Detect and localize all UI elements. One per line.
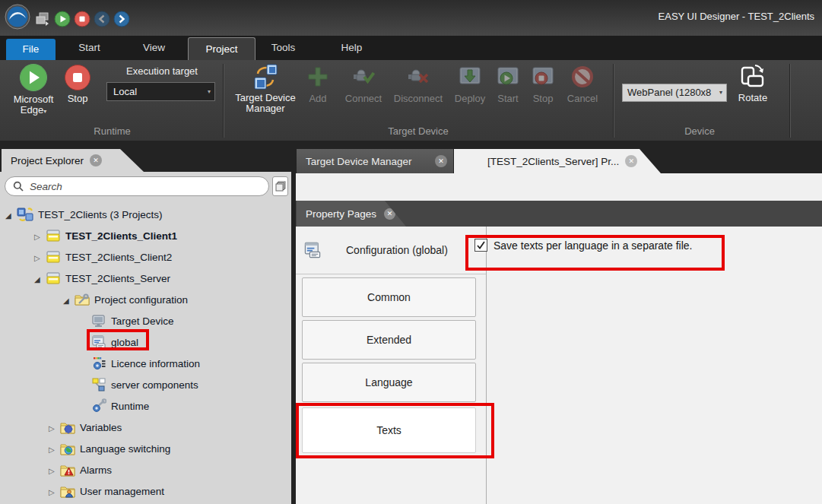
- close-icon[interactable]: [384, 208, 395, 220]
- project-tree: TEST_2Clients (3 Projects) TEST_2Clients…: [0, 204, 291, 502]
- application-window: EASY UI Designer - TEST_2Clients File St…: [0, 0, 822, 504]
- tree-item-alarms[interactable]: Alarms: [0, 459, 291, 480]
- play-circle-icon: [19, 63, 48, 92]
- property-pages-tab[interactable]: Property Pages: [297, 201, 407, 227]
- solution-icon: [17, 207, 33, 222]
- search-box[interactable]: [5, 176, 269, 196]
- menu-tab-start[interactable]: Start: [65, 36, 114, 60]
- nav-button-texts[interactable]: Texts: [302, 407, 476, 453]
- disconnect-label: Disconnect: [394, 93, 443, 104]
- nav-button-language[interactable]: Language: [302, 363, 476, 402]
- expander-collapsed-icon[interactable]: [34, 251, 46, 263]
- window-list-button[interactable]: [272, 176, 288, 196]
- stop-circle-icon: [64, 64, 91, 91]
- app-switch-icon[interactable]: [34, 11, 51, 27]
- cancel-label: Cancel: [567, 93, 598, 104]
- connect-device-button[interactable]: Connect: [341, 65, 386, 104]
- chevron-down-icon: ▾: [719, 84, 722, 101]
- cancel-icon: [571, 65, 594, 88]
- expander-expanded-icon[interactable]: [34, 272, 46, 284]
- device-panel-dropdown[interactable]: WebPanel (1280x8 ▾: [622, 84, 727, 102]
- project-explorer-tab[interactable]: Project Explorer: [2, 149, 144, 172]
- menu-tab-view[interactable]: View: [129, 36, 179, 60]
- forward-icon[interactable]: [113, 11, 130, 27]
- nav-button-common[interactable]: Common: [302, 277, 476, 317]
- search-input[interactable]: [28, 180, 268, 193]
- menu-tab-file[interactable]: File: [6, 39, 56, 60]
- tree-item-server-components[interactable]: server components: [0, 374, 291, 395]
- execution-target-dropdown[interactable]: Local ▾: [106, 82, 215, 101]
- tree-item-client2[interactable]: TEST_2Clients_Client2: [0, 246, 291, 268]
- device-manager-icon: [252, 63, 279, 90]
- cancel-button[interactable]: Cancel: [563, 65, 602, 104]
- expander-collapsed-icon[interactable]: [49, 421, 60, 433]
- property-pages-content: Configuration (global) Common Extended L…: [296, 227, 822, 504]
- configuration-header: Configuration (global): [296, 227, 486, 274]
- check-mark-icon: [476, 240, 486, 250]
- tree-item-licence-information[interactable]: Licence information: [0, 353, 291, 374]
- run-button-label-line1: Microsoft: [14, 94, 54, 105]
- rotate-label: Rotate: [738, 93, 767, 103]
- expander-collapsed-icon[interactable]: [49, 485, 60, 497]
- configuration-label: Configuration (global): [346, 244, 448, 256]
- close-icon[interactable]: [625, 155, 637, 167]
- start-device-button[interactable]: Start: [490, 65, 525, 104]
- expander-expanded-icon[interactable]: [5, 208, 17, 220]
- tree-item-global[interactable]: global: [0, 331, 291, 353]
- tree-item-project-configuration[interactable]: Project configuration: [0, 289, 291, 310]
- tree-item-target-device[interactable]: Target Device: [0, 310, 291, 331]
- stop-device-button[interactable]: Stop: [525, 65, 560, 104]
- checkbox-checked-icon[interactable]: [474, 239, 487, 252]
- device-group-label: Device: [616, 125, 783, 137]
- project-explorer-tab-label: Project Explorer: [11, 155, 84, 166]
- tree-item-solution[interactable]: TEST_2Clients (3 Projects): [0, 204, 291, 225]
- nav-button-extended[interactable]: Extended: [302, 320, 476, 360]
- close-icon[interactable]: [435, 155, 447, 167]
- folder-wrench-icon: [75, 292, 90, 307]
- expander-expanded-icon[interactable]: [63, 293, 75, 306]
- tab-target-device-manager[interactable]: Target Device Manager: [297, 149, 453, 173]
- save-texts-checkbox-row[interactable]: Save texts per language in a separate fi…: [474, 239, 693, 252]
- back-icon[interactable]: [94, 11, 110, 27]
- tree-item-runtime[interactable]: Runtime: [0, 395, 291, 417]
- menu-tab-project[interactable]: Project: [188, 37, 255, 60]
- menu-tab-help[interactable]: Help: [327, 36, 376, 60]
- project-explorer-panel: TEST_2Clients (3 Projects) TEST_2Clients…: [0, 172, 291, 504]
- tree-item-variables[interactable]: Variables: [0, 417, 291, 438]
- tree-item-language-switching[interactable]: Language switching: [0, 438, 291, 459]
- project-icon: [46, 249, 61, 265]
- chevron-down-icon: ▾: [208, 83, 211, 100]
- tree-item-user-management[interactable]: User management: [0, 480, 291, 502]
- expander-collapsed-icon[interactable]: [34, 230, 46, 242]
- tdm-label-line1: Target Device: [235, 93, 295, 103]
- close-icon[interactable]: [90, 154, 102, 166]
- title-bar: EASY UI Designer - TEST_2Clients: [0, 0, 822, 36]
- disconnect-icon: [407, 65, 430, 88]
- tree-item-server[interactable]: TEST_2Clients_Server: [0, 268, 291, 289]
- expander-collapsed-icon[interactable]: [49, 442, 60, 455]
- tree-item-client1[interactable]: TEST_2Clients_Client1: [0, 225, 291, 246]
- tab-server-project[interactable]: [TEST_2Clients_Server] Pr...: [454, 149, 661, 173]
- expander-collapsed-icon[interactable]: [49, 464, 60, 476]
- run-icon[interactable]: [54, 11, 71, 27]
- disconnect-device-button[interactable]: Disconnect: [386, 65, 450, 104]
- stop-device-label: Stop: [533, 93, 554, 104]
- add-device-button[interactable]: Add: [300, 65, 335, 104]
- menu-tab-tools[interactable]: Tools: [259, 36, 308, 60]
- deploy-icon: [459, 65, 481, 88]
- stop-runtime-button[interactable]: Stop: [62, 63, 93, 104]
- start-screen-icon: [497, 65, 519, 88]
- add-label: Add: [309, 93, 326, 104]
- deploy-button[interactable]: Deploy: [447, 65, 493, 104]
- target-device-manager-button[interactable]: Target Device Manager: [230, 63, 300, 114]
- execution-target-value: Local: [113, 86, 137, 97]
- rotate-button[interactable]: Rotate: [732, 62, 774, 103]
- project-icon: [46, 228, 61, 243]
- app-logo-icon[interactable]: [5, 4, 30, 30]
- deploy-label: Deploy: [455, 93, 485, 104]
- stop-icon[interactable]: [74, 11, 90, 27]
- property-pages-tab-label: Property Pages: [306, 208, 376, 220]
- runtime-group-label: Runtime: [30, 125, 194, 137]
- run-microsoft-edge-button[interactable]: Microsoft Edge▾: [6, 63, 61, 117]
- group-separator: [613, 64, 614, 138]
